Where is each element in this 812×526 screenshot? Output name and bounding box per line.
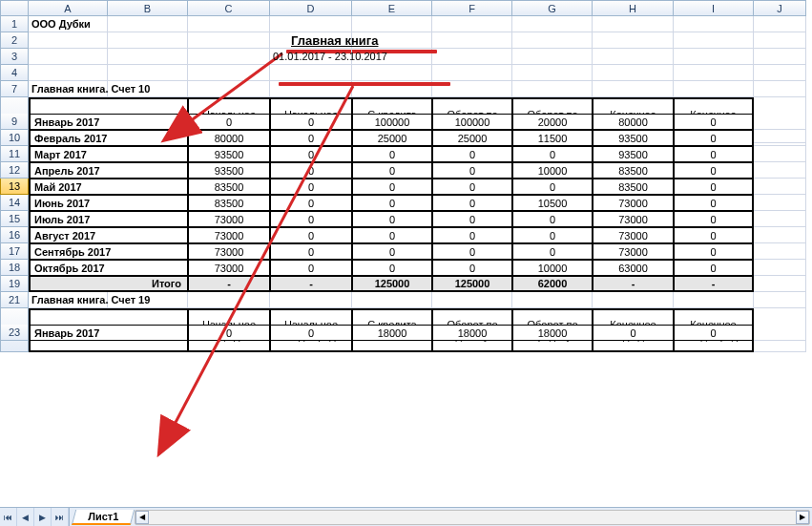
table-cell[interactable]: 0 [432,146,512,162]
cell[interactable] [754,16,806,32]
cell[interactable] [674,32,754,49]
cell[interactable] [593,32,674,49]
table-cell[interactable]: 73000 [188,211,270,227]
table-cell[interactable]: 0 [188,114,270,130]
table-cell[interactable]: 10000 [512,162,593,179]
col-header-G[interactable]: G [512,0,593,16]
cell[interactable] [754,114,806,130]
cell[interactable] [108,81,188,97]
cell[interactable] [432,32,512,49]
company-name[interactable]: ООО Дубки [29,16,108,32]
row-header-1[interactable]: 1 [0,16,29,32]
cell[interactable] [432,292,512,308]
row-header-4[interactable]: 4 [0,65,29,81]
cell[interactable] [512,65,593,81]
cell[interactable] [754,81,806,97]
cell[interactable] [352,16,432,32]
table-cell[interactable]: 0 [674,260,754,276]
cell[interactable] [674,81,754,97]
cell[interactable] [512,49,593,65]
table-cell[interactable]: 18000 [512,325,593,341]
table-cell[interactable]: 93500 [593,130,674,146]
table-cell[interactable]: 0 [270,130,352,146]
table-cell[interactable]: 0 [432,195,512,211]
cell[interactable] [754,243,806,260]
row-header-10[interactable]: 10 [0,130,29,146]
table-cell[interactable]: 0 [512,243,593,260]
row-header-16[interactable]: 16 [0,227,29,243]
row-header-12[interactable]: 12 [0,162,29,179]
cell[interactable] [352,65,432,81]
cell[interactable] [754,32,806,49]
table-cell[interactable]: 63000 [593,260,674,276]
cell[interactable] [754,292,806,308]
col-header-H[interactable]: H [593,0,674,16]
table-cell[interactable]: 0 [674,179,754,195]
table-cell[interactable]: 73000 [188,260,270,276]
col-header-J[interactable]: J [754,0,806,16]
table-row-month[interactable]: Август 2017 [29,227,188,243]
table-cell[interactable]: 25000 [432,130,512,146]
table-cell[interactable]: 0 [270,146,352,162]
table-cell[interactable]: 0 [674,146,754,162]
cell[interactable] [754,260,806,276]
cell[interactable] [188,32,270,49]
cell[interactable] [352,292,432,308]
cell[interactable] [29,32,108,49]
col-header-A[interactable]: A [29,0,108,16]
cell[interactable] [593,65,674,81]
cell[interactable] [674,49,754,65]
table-row-month[interactable]: Июль 2017 [29,211,188,227]
cell[interactable] [432,49,512,65]
cell[interactable] [674,292,754,308]
cell[interactable] [754,162,806,179]
table-cell[interactable]: 0 [270,260,352,276]
table-row-month[interactable]: Сентябрь 2017 [29,243,188,260]
col-header-I[interactable]: I [674,0,754,16]
cell[interactable] [754,227,806,243]
row-header-11[interactable]: 11 [0,146,29,162]
table-cell[interactable]: 0 [432,162,512,179]
table-cell[interactable]: 0 [352,227,432,243]
table-cell[interactable]: 0 [512,211,593,227]
row-header-9[interactable]: 9 [0,114,29,130]
table-cell[interactable]: 0 [270,243,352,260]
table-cell[interactable]: 0 [674,325,754,341]
cell[interactable] [593,49,674,65]
table-cell[interactable]: 73000 [593,195,674,211]
table-cell[interactable]: 73000 [188,227,270,243]
table-cell[interactable]: 0 [674,227,754,243]
cell[interactable] [270,292,352,308]
table-cell[interactable]: 100000 [432,114,512,130]
table-row-month[interactable]: Октябрь 2017 [29,260,188,276]
table-cell[interactable]: 0 [674,162,754,179]
table-cell[interactable]: 83500 [188,195,270,211]
cell[interactable] [754,211,806,227]
table-cell[interactable]: 10000 [512,260,593,276]
table-cell[interactable]: 0 [352,260,432,276]
table-cell[interactable]: 0 [270,114,352,130]
table-cell[interactable]: 0 [432,179,512,195]
horizontal-scrollbar[interactable]: ◀ ▶ [135,510,810,525]
table-cell[interactable]: 0 [674,211,754,227]
row-header-23[interactable]: 23 [0,325,29,341]
col-header-E[interactable]: E [352,0,432,16]
row-header-14[interactable]: 14 [0,195,29,211]
table-cell[interactable]: 0 [352,146,432,162]
table-row-month[interactable]: Июнь 2017 [29,195,188,211]
table-cell[interactable]: 18000 [352,325,432,341]
table-cell[interactable]: 20000 [512,114,593,130]
table-cell[interactable]: 0 [270,211,352,227]
cell[interactable] [512,16,593,32]
cell[interactable] [29,65,108,81]
table-cell[interactable]: 0 [432,243,512,260]
cell[interactable] [754,130,806,146]
table-cell[interactable]: 73000 [188,243,270,260]
table-cell[interactable]: 0 [593,325,674,341]
table-cell[interactable]: 0 [432,260,512,276]
table-cell[interactable]: 0 [188,325,270,341]
table-cell[interactable]: 0 [674,114,754,130]
table-cell[interactable]: 73000 [593,227,674,243]
table-cell[interactable]: 93500 [188,162,270,179]
row-header-17[interactable]: 17 [0,243,29,260]
